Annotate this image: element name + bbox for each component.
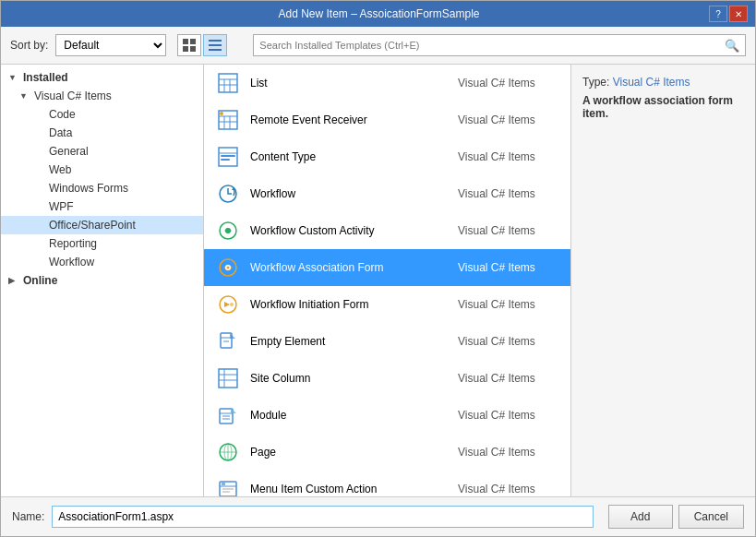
item-category: Visual C# Items (458, 483, 559, 495)
installed-arrow: ▼ (8, 73, 19, 82)
description: A workflow association form item. (582, 94, 744, 120)
code-label: Code (49, 108, 76, 121)
svg-rect-7 (219, 74, 237, 92)
list-item[interactable]: Empty ElementVisual C# Items (204, 323, 570, 360)
item-icon (215, 218, 241, 244)
installed-section[interactable]: ▼ Installed (1, 68, 203, 87)
add-button[interactable]: Add (608, 505, 673, 529)
cancel-button[interactable]: Cancel (678, 505, 744, 529)
list-item[interactable]: Workflow Association FormVisual C# Items (204, 249, 570, 286)
list-item[interactable]: WorkflowVisual C# Items (204, 175, 570, 212)
item-category: Visual C# Items (458, 298, 559, 311)
list-item[interactable]: Menu Item Custom ActionVisual C# Items (204, 471, 570, 496)
item-icon (215, 328, 241, 354)
item-icon (215, 255, 241, 280)
workflow-label: Workflow (49, 256, 94, 268)
item-category: Visual C# Items (458, 261, 559, 274)
item-icon (215, 439, 241, 465)
office-sharepoint-item[interactable]: Office/SharePoint (1, 216, 203, 234)
svg-marker-41 (231, 408, 236, 413)
svg-rect-6 (209, 49, 222, 51)
svg-rect-4 (209, 40, 222, 42)
visual-csharp-label: Visual C# Items (34, 90, 112, 102)
item-name: Empty Element (250, 335, 449, 348)
item-icon (215, 365, 241, 391)
list-view-button[interactable] (203, 34, 227, 56)
data-item[interactable]: Data (1, 124, 203, 142)
item-name: Site Column (250, 372, 449, 385)
reporting-item[interactable]: Reporting (1, 234, 203, 253)
svg-rect-1 (190, 39, 196, 44)
item-category: Visual C# Items (458, 446, 559, 459)
item-icon (215, 402, 241, 428)
sort-select[interactable]: Default (55, 34, 166, 56)
reporting-label: Reporting (49, 237, 97, 250)
item-name: Workflow (250, 187, 449, 200)
dialog-title: Add New Item – AssoicationFormSample (49, 7, 709, 20)
help-button[interactable]: ? (709, 6, 727, 22)
type-value: Visual C# Items (613, 76, 690, 89)
item-icon (215, 70, 241, 96)
visual-csharp-arrow: ▼ (19, 91, 30, 101)
grid-icon (183, 39, 196, 52)
svg-rect-20 (221, 155, 235, 157)
svg-rect-35 (219, 369, 237, 388)
windows-forms-item[interactable]: Windows Forms (1, 179, 203, 197)
general-item[interactable]: General (1, 142, 203, 161)
general-label: General (49, 145, 89, 158)
name-label: Name: (12, 510, 44, 523)
windows-forms-label: Windows Forms (49, 182, 128, 195)
svg-marker-33 (230, 333, 235, 339)
list-item[interactable]: Remote Event ReceiverVisual C# Items (204, 101, 570, 138)
svg-rect-3 (190, 46, 196, 52)
search-input[interactable] (259, 40, 725, 51)
item-name: Workflow Association Form (250, 261, 449, 274)
list-item[interactable]: ModuleVisual C# Items (204, 397, 570, 434)
close-button[interactable]: ✕ (729, 6, 748, 22)
center-panel: ListVisual C# ItemsRemote Event Receiver… (204, 65, 570, 496)
item-category: Visual C# Items (458, 335, 559, 348)
item-name: Menu Item Custom Action (250, 483, 449, 495)
svg-point-30 (230, 303, 234, 306)
wpf-label: WPF (49, 200, 74, 213)
item-name: Content Type (250, 150, 449, 163)
online-section[interactable]: ▶ Online (1, 271, 203, 290)
item-name: Page (250, 446, 449, 459)
search-box: 🔍 (253, 34, 746, 56)
item-name: Remote Event Receiver (250, 113, 449, 126)
svg-rect-50 (222, 483, 225, 485)
item-icon (215, 107, 241, 133)
svg-rect-21 (221, 159, 230, 161)
code-item[interactable]: Code (1, 105, 203, 124)
wpf-item[interactable]: WPF (1, 197, 203, 216)
svg-rect-2 (183, 46, 188, 52)
item-icon (215, 292, 241, 317)
item-category: Visual C# Items (458, 224, 559, 237)
item-category: Visual C# Items (458, 77, 559, 90)
list-icon (209, 39, 222, 52)
item-name: Workflow Custom Activity (250, 224, 449, 237)
installed-label: Installed (23, 71, 68, 84)
list-item[interactable]: Content TypeVisual C# Items (204, 138, 570, 175)
item-category: Visual C# Items (458, 372, 559, 385)
web-label: Web (49, 163, 71, 176)
list-item[interactable]: Site ColumnVisual C# Items (204, 360, 570, 397)
item-category: Visual C# Items (458, 187, 559, 200)
item-name: List (250, 77, 449, 90)
content-area: Sort by: Default (1, 27, 755, 536)
item-icon (215, 144, 241, 170)
title-bar-buttons: ? ✕ (709, 6, 748, 22)
item-category: Visual C# Items (458, 113, 559, 126)
workflow-item[interactable]: Workflow (1, 253, 203, 271)
svg-rect-0 (183, 39, 188, 44)
list-item[interactable]: ListVisual C# Items (204, 65, 570, 101)
visual-csharp-item[interactable]: ▼ Visual C# Items (1, 87, 203, 105)
grid-view-button[interactable] (177, 34, 201, 56)
online-arrow: ▶ (8, 276, 19, 285)
list-item[interactable]: PageVisual C# Items (204, 434, 570, 471)
name-input[interactable] (52, 506, 593, 528)
main-content: ▼ Installed ▼ Visual C# Items Code Data (1, 65, 755, 496)
web-item[interactable]: Web (1, 161, 203, 179)
list-item[interactable]: Workflow Initiation FormVisual C# Items (204, 286, 570, 323)
list-item[interactable]: Workflow Custom ActivityVisual C# Items (204, 212, 570, 249)
